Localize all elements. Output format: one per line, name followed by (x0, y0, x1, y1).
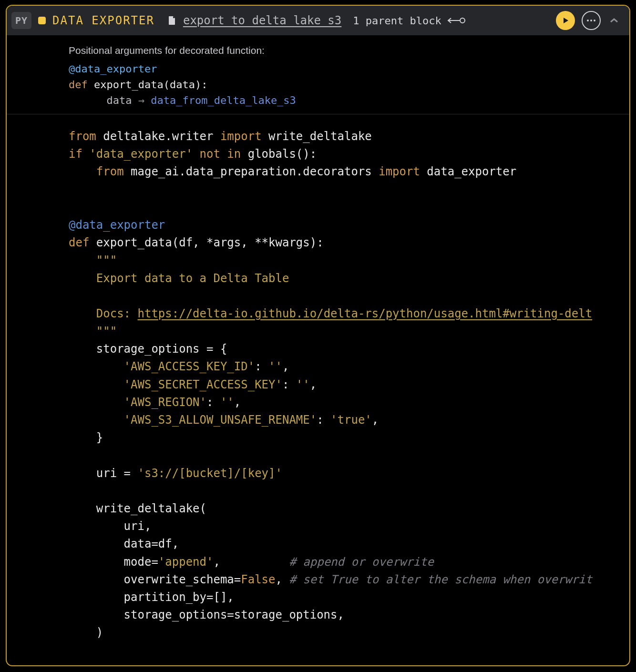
svg-point-1 (460, 18, 465, 23)
svg-point-3 (590, 20, 592, 21)
language-badge: PY (11, 12, 31, 29)
parent-arrow-icon (446, 17, 465, 24)
block-panel: PY DATA EXPORTER export_to_delta_lake_s3… (6, 5, 630, 666)
ellipsis-icon (586, 19, 596, 22)
block-type-color-icon (38, 17, 46, 24)
docs-link[interactable]: https://delta-io.github.io/delta-rs/pyth… (138, 307, 593, 320)
run-button[interactable] (556, 11, 575, 30)
file-icon (168, 16, 176, 25)
svg-point-4 (594, 20, 595, 21)
collapse-button[interactable] (607, 14, 621, 27)
chevron-up-icon (609, 18, 619, 23)
block-header: PY DATA EXPORTER export_to_delta_lake_s3… (7, 6, 629, 35)
positional-args-code: @data_exporter def export_data(data): da… (69, 61, 629, 108)
block-name-link[interactable]: export_to_delta_lake_s3 (183, 14, 341, 27)
positional-args-section: Positional arguments for decorated funct… (7, 35, 629, 114)
svg-point-2 (587, 20, 589, 21)
play-icon (562, 17, 569, 24)
block-type-label: DATA EXPORTER (52, 14, 154, 27)
parent-block-count: 1 parent block (353, 15, 441, 27)
positional-args-title: Positional arguments for decorated funct… (69, 45, 629, 56)
upstream-block-link[interactable]: data_from_delta_lake_s3 (151, 94, 296, 106)
code-editor[interactable]: from deltalake.writer import write_delta… (7, 114, 629, 641)
parent-block-info[interactable]: 1 parent block (353, 15, 465, 27)
more-actions-button[interactable] (582, 11, 601, 30)
